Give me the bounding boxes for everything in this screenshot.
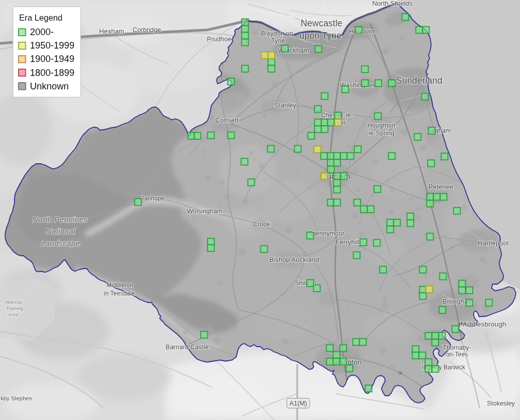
svg-text:Bishop Auckland: Bishop Auckland	[269, 256, 319, 263]
svg-text:Middleton: Middleton	[106, 282, 133, 289]
svg-text:Middlesbrough: Middlesbrough	[461, 320, 507, 328]
svg-text:on-Tees: on-Tees	[446, 351, 468, 358]
svg-text:Thornaby-: Thornaby-	[443, 344, 471, 351]
svg-text:Prudhoe: Prudhoe	[207, 36, 231, 43]
svg-text:Hartlepool: Hartlepool	[478, 239, 508, 247]
svg-text:North Shields: North Shields	[372, 0, 413, 7]
svg-text:National: National	[46, 227, 75, 236]
svg-text:Hexham: Hexham	[99, 27, 124, 35]
svg-text:North Pennines: North Pennines	[33, 215, 88, 224]
svg-text:Crook: Crook	[253, 221, 270, 228]
svg-text:Training: Training	[6, 305, 23, 311]
svg-text:Landscape: Landscape	[41, 239, 80, 247]
svg-text:Ferryhill: Ferryhill	[335, 238, 359, 246]
svg-text:Sunderland: Sunderland	[396, 75, 442, 86]
svg-text:1800-1899: 1800-1899	[30, 68, 74, 78]
svg-text:Peterlee: Peterlee	[429, 183, 453, 191]
svg-text:Wolsingham: Wolsingham	[187, 208, 223, 215]
svg-text:Area: Area	[7, 312, 18, 317]
svg-text:in Teesdale: in Teesdale	[104, 290, 135, 297]
svg-text:Barnard Castle: Barnard Castle	[165, 344, 208, 351]
svg-text:Newcastle: Newcastle	[301, 18, 343, 28]
svg-text:Era Legend: Era Legend	[19, 13, 63, 22]
svg-text:Unknown: Unknown	[30, 81, 69, 91]
svg-text:Stanley: Stanley	[274, 102, 296, 109]
svg-text:1900-1949: 1900-1949	[30, 54, 74, 64]
svg-text:upon Tyne: upon Tyne	[299, 30, 341, 41]
svg-text:Blaydon on: Blaydon on	[261, 30, 294, 37]
svg-text:Consett: Consett	[216, 116, 239, 124]
svg-text:Corbridge: Corbridge	[133, 26, 161, 34]
svg-text:Stokesley: Stokesley	[487, 400, 515, 407]
svg-text:Kirkby Stephen: Kirkby Stephen	[0, 395, 32, 401]
svg-text:Stanhope: Stanhope	[138, 195, 165, 202]
svg-text:2000-: 2000-	[30, 27, 54, 37]
svg-text:1950-1999: 1950-1999	[30, 40, 74, 51]
svg-text:Houghton-: Houghton-	[368, 122, 397, 129]
svg-text:A1(M): A1(M)	[289, 400, 307, 407]
svg-text:le-Spring: le-Spring	[369, 130, 394, 137]
svg-text:Tyne: Tyne	[271, 37, 285, 44]
svg-text:Warcop: Warcop	[6, 299, 23, 305]
